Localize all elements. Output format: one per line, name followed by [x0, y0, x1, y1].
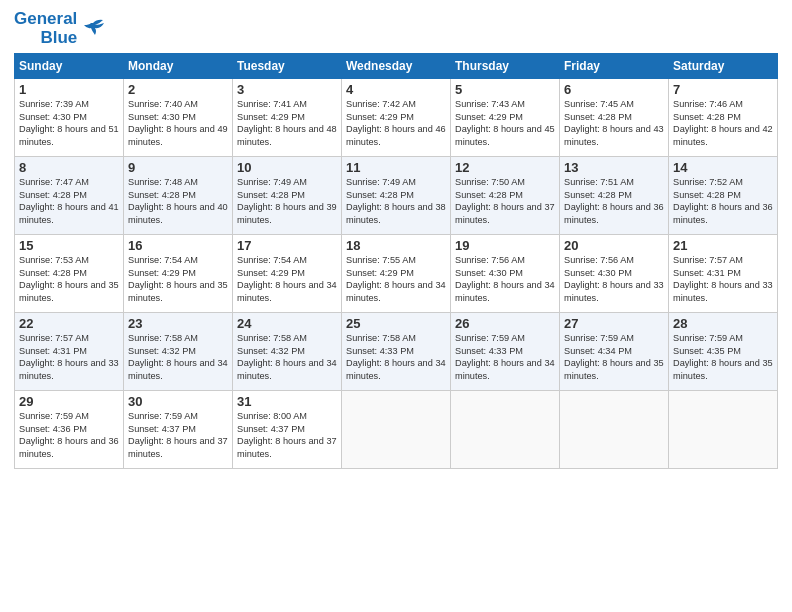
day-number: 8: [19, 160, 119, 175]
day-number: 2: [128, 82, 228, 97]
calendar-cell: 29Sunrise: 7:59 AMSunset: 4:36 PMDayligh…: [15, 391, 124, 469]
cell-info: Sunrise: 7:58 AMSunset: 4:32 PMDaylight:…: [128, 333, 228, 380]
header-cell-monday: Monday: [124, 54, 233, 79]
calendar-cell: 21Sunrise: 7:57 AMSunset: 4:31 PMDayligh…: [669, 235, 778, 313]
calendar-cell: 4Sunrise: 7:42 AMSunset: 4:29 PMDaylight…: [342, 79, 451, 157]
cell-info: Sunrise: 7:58 AMSunset: 4:33 PMDaylight:…: [346, 333, 446, 380]
day-number: 6: [564, 82, 664, 97]
cell-info: Sunrise: 7:59 AMSunset: 4:33 PMDaylight:…: [455, 333, 555, 380]
calendar-cell: 13Sunrise: 7:51 AMSunset: 4:28 PMDayligh…: [560, 157, 669, 235]
cell-info: Sunrise: 7:59 AMSunset: 4:35 PMDaylight:…: [673, 333, 773, 380]
page-header: General Blue: [14, 10, 778, 47]
day-number: 18: [346, 238, 446, 253]
cell-info: Sunrise: 7:59 AMSunset: 4:34 PMDaylight:…: [564, 333, 664, 380]
calendar-cell: 7Sunrise: 7:46 AMSunset: 4:28 PMDaylight…: [669, 79, 778, 157]
day-number: 26: [455, 316, 555, 331]
week-row-4: 22Sunrise: 7:57 AMSunset: 4:31 PMDayligh…: [15, 313, 778, 391]
calendar-header-row: SundayMondayTuesdayWednesdayThursdayFrid…: [15, 54, 778, 79]
day-number: 3: [237, 82, 337, 97]
cell-info: Sunrise: 7:39 AMSunset: 4:30 PMDaylight:…: [19, 99, 119, 146]
day-number: 11: [346, 160, 446, 175]
calendar-cell: 8Sunrise: 7:47 AMSunset: 4:28 PMDaylight…: [15, 157, 124, 235]
calendar-cell: [560, 391, 669, 469]
cell-info: Sunrise: 8:00 AMSunset: 4:37 PMDaylight:…: [237, 411, 337, 458]
logo: General Blue: [14, 10, 107, 47]
calendar-cell: [451, 391, 560, 469]
calendar-cell: 10Sunrise: 7:49 AMSunset: 4:28 PMDayligh…: [233, 157, 342, 235]
day-number: 14: [673, 160, 773, 175]
cell-info: Sunrise: 7:50 AMSunset: 4:28 PMDaylight:…: [455, 177, 555, 224]
calendar-cell: 9Sunrise: 7:48 AMSunset: 4:28 PMDaylight…: [124, 157, 233, 235]
cell-info: Sunrise: 7:47 AMSunset: 4:28 PMDaylight:…: [19, 177, 119, 224]
calendar-cell: [669, 391, 778, 469]
calendar-cell: 24Sunrise: 7:58 AMSunset: 4:32 PMDayligh…: [233, 313, 342, 391]
cell-info: Sunrise: 7:43 AMSunset: 4:29 PMDaylight:…: [455, 99, 555, 146]
calendar-cell: [342, 391, 451, 469]
cell-info: Sunrise: 7:59 AMSunset: 4:37 PMDaylight:…: [128, 411, 228, 458]
calendar-cell: 20Sunrise: 7:56 AMSunset: 4:30 PMDayligh…: [560, 235, 669, 313]
calendar-cell: 16Sunrise: 7:54 AMSunset: 4:29 PMDayligh…: [124, 235, 233, 313]
calendar-cell: 23Sunrise: 7:58 AMSunset: 4:32 PMDayligh…: [124, 313, 233, 391]
calendar-cell: 3Sunrise: 7:41 AMSunset: 4:29 PMDaylight…: [233, 79, 342, 157]
cell-info: Sunrise: 7:57 AMSunset: 4:31 PMDaylight:…: [673, 255, 773, 302]
week-row-2: 8Sunrise: 7:47 AMSunset: 4:28 PMDaylight…: [15, 157, 778, 235]
cell-info: Sunrise: 7:49 AMSunset: 4:28 PMDaylight:…: [237, 177, 337, 224]
day-number: 16: [128, 238, 228, 253]
week-row-1: 1Sunrise: 7:39 AMSunset: 4:30 PMDaylight…: [15, 79, 778, 157]
calendar-cell: 1Sunrise: 7:39 AMSunset: 4:30 PMDaylight…: [15, 79, 124, 157]
week-row-5: 29Sunrise: 7:59 AMSunset: 4:36 PMDayligh…: [15, 391, 778, 469]
header-cell-thursday: Thursday: [451, 54, 560, 79]
cell-info: Sunrise: 7:54 AMSunset: 4:29 PMDaylight:…: [128, 255, 228, 302]
calendar-cell: 5Sunrise: 7:43 AMSunset: 4:29 PMDaylight…: [451, 79, 560, 157]
cell-info: Sunrise: 7:52 AMSunset: 4:28 PMDaylight:…: [673, 177, 773, 224]
day-number: 17: [237, 238, 337, 253]
calendar-cell: 31Sunrise: 8:00 AMSunset: 4:37 PMDayligh…: [233, 391, 342, 469]
header-cell-wednesday: Wednesday: [342, 54, 451, 79]
cell-info: Sunrise: 7:54 AMSunset: 4:29 PMDaylight:…: [237, 255, 337, 302]
calendar-cell: 12Sunrise: 7:50 AMSunset: 4:28 PMDayligh…: [451, 157, 560, 235]
logo-blue: Blue: [40, 29, 77, 48]
calendar-cell: 19Sunrise: 7:56 AMSunset: 4:30 PMDayligh…: [451, 235, 560, 313]
day-number: 10: [237, 160, 337, 175]
cell-info: Sunrise: 7:45 AMSunset: 4:28 PMDaylight:…: [564, 99, 664, 146]
calendar-cell: 27Sunrise: 7:59 AMSunset: 4:34 PMDayligh…: [560, 313, 669, 391]
cell-info: Sunrise: 7:53 AMSunset: 4:28 PMDaylight:…: [19, 255, 119, 302]
header-cell-sunday: Sunday: [15, 54, 124, 79]
cell-info: Sunrise: 7:51 AMSunset: 4:28 PMDaylight:…: [564, 177, 664, 224]
calendar-cell: 30Sunrise: 7:59 AMSunset: 4:37 PMDayligh…: [124, 391, 233, 469]
day-number: 1: [19, 82, 119, 97]
calendar-table: SundayMondayTuesdayWednesdayThursdayFrid…: [14, 53, 778, 469]
cell-info: Sunrise: 7:48 AMSunset: 4:28 PMDaylight:…: [128, 177, 228, 224]
day-number: 15: [19, 238, 119, 253]
calendar-cell: 28Sunrise: 7:59 AMSunset: 4:35 PMDayligh…: [669, 313, 778, 391]
calendar-cell: 18Sunrise: 7:55 AMSunset: 4:29 PMDayligh…: [342, 235, 451, 313]
calendar-cell: 26Sunrise: 7:59 AMSunset: 4:33 PMDayligh…: [451, 313, 560, 391]
cell-info: Sunrise: 7:40 AMSunset: 4:30 PMDaylight:…: [128, 99, 228, 146]
cell-info: Sunrise: 7:49 AMSunset: 4:28 PMDaylight:…: [346, 177, 446, 224]
header-cell-friday: Friday: [560, 54, 669, 79]
header-cell-saturday: Saturday: [669, 54, 778, 79]
calendar-cell: 15Sunrise: 7:53 AMSunset: 4:28 PMDayligh…: [15, 235, 124, 313]
day-number: 21: [673, 238, 773, 253]
day-number: 24: [237, 316, 337, 331]
day-number: 13: [564, 160, 664, 175]
cell-info: Sunrise: 7:56 AMSunset: 4:30 PMDaylight:…: [455, 255, 555, 302]
logo-bird-icon: [79, 15, 107, 43]
calendar-cell: 25Sunrise: 7:58 AMSunset: 4:33 PMDayligh…: [342, 313, 451, 391]
calendar-cell: 11Sunrise: 7:49 AMSunset: 4:28 PMDayligh…: [342, 157, 451, 235]
day-number: 23: [128, 316, 228, 331]
cell-info: Sunrise: 7:57 AMSunset: 4:31 PMDaylight:…: [19, 333, 119, 380]
day-number: 29: [19, 394, 119, 409]
day-number: 7: [673, 82, 773, 97]
day-number: 25: [346, 316, 446, 331]
cell-info: Sunrise: 7:56 AMSunset: 4:30 PMDaylight:…: [564, 255, 664, 302]
cell-info: Sunrise: 7:58 AMSunset: 4:32 PMDaylight:…: [237, 333, 337, 380]
day-number: 22: [19, 316, 119, 331]
day-number: 12: [455, 160, 555, 175]
calendar-cell: 2Sunrise: 7:40 AMSunset: 4:30 PMDaylight…: [124, 79, 233, 157]
day-number: 27: [564, 316, 664, 331]
calendar-cell: 17Sunrise: 7:54 AMSunset: 4:29 PMDayligh…: [233, 235, 342, 313]
calendar-body: 1Sunrise: 7:39 AMSunset: 4:30 PMDaylight…: [15, 79, 778, 469]
day-number: 31: [237, 394, 337, 409]
cell-info: Sunrise: 7:59 AMSunset: 4:36 PMDaylight:…: [19, 411, 119, 458]
